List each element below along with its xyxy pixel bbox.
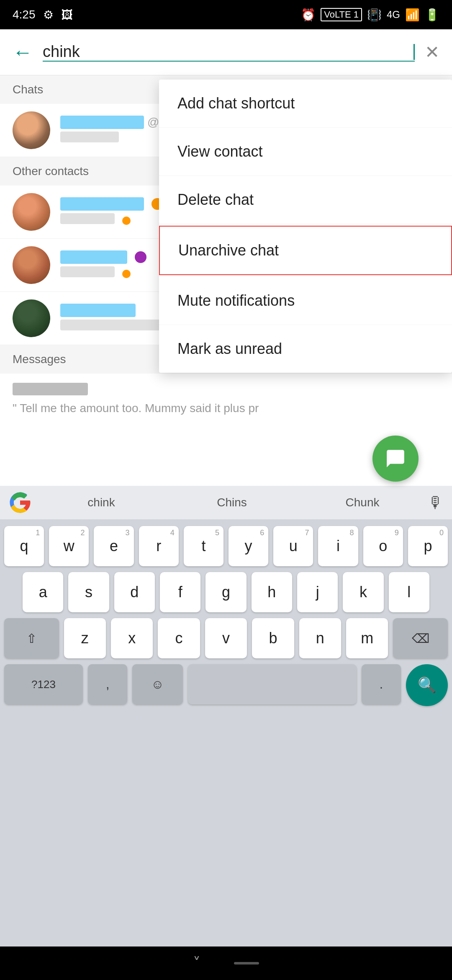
message-preview-1: " Tell me the amount too. Mummy said it … [13, 402, 439, 415]
signal-4g-icon: 4G [387, 9, 400, 21]
menu-mark-as-unread[interactable]: Mark as unread [159, 325, 452, 373]
notif-dot-orange-2 [122, 270, 131, 278]
key-backspace[interactable]: ⌫ [393, 618, 448, 658]
alarm-icon: ⏰ [301, 8, 316, 22]
key-m[interactable]: m [346, 618, 388, 658]
key-p[interactable]: 0p [408, 526, 448, 566]
key-o[interactable]: 9o [363, 526, 403, 566]
fab-chat-button[interactable] [372, 436, 419, 482]
search-bar: ← chink ✕ [0, 29, 452, 75]
search-input[interactable]: chink [43, 43, 413, 61]
menu-mute-notifications[interactable]: Mute notifications [159, 277, 452, 325]
suggestion-0[interactable]: chink [36, 496, 167, 509]
key-t[interactable]: 5t [184, 526, 223, 566]
menu-delete-chat[interactable]: Delete chat [159, 176, 452, 224]
battery-icon: 🔋 [425, 8, 439, 22]
keyboard-suggestions: chink Chins Chunk 🎙 [0, 486, 452, 519]
clear-button[interactable]: ✕ [425, 42, 439, 62]
key-comma[interactable]: , [88, 664, 127, 704]
status-time: 4:25 [13, 8, 36, 21]
key-period[interactable]: . [362, 664, 401, 704]
key-a[interactable]: a [23, 572, 63, 612]
key-c[interactable]: c [158, 618, 200, 658]
notif-dot-orange-1 [122, 217, 131, 225]
keyboard-rows: 1q 2w 3e 4r 5t 6y 7u 8i 9o 0p a s d f g … [0, 519, 452, 719]
settings-icon: ⚙ [43, 8, 54, 22]
suggestion-1[interactable]: Chins [167, 496, 297, 509]
key-k[interactable]: k [343, 572, 383, 612]
purple-dot-1 [135, 251, 146, 263]
key-u[interactable]: 7u [273, 526, 313, 566]
key-shift[interactable]: ⇧ [4, 618, 59, 658]
key-n[interactable]: n [299, 618, 341, 658]
menu-view-contact[interactable]: View contact [159, 128, 452, 176]
google-logo-icon [8, 491, 32, 514]
menu-unarchive-chat[interactable]: Unarchive chat [159, 226, 452, 275]
key-i[interactable]: 8i [318, 526, 358, 566]
key-w[interactable]: 2w [49, 526, 89, 566]
key-row-3: ⇧ z x c v b n m ⌫ [4, 618, 448, 658]
status-right: ⏰ VoLTE 1 📳 4G 📶 🔋 [301, 8, 439, 22]
bluetooth-icon: 📳 [367, 8, 382, 22]
key-y[interactable]: 6y [229, 526, 268, 566]
key-j[interactable]: j [297, 572, 338, 612]
key-b[interactable]: b [252, 618, 294, 658]
suggestion-2[interactable]: Chunk [297, 496, 428, 509]
message-info-1: " Tell me the amount too. Mummy said it … [13, 383, 439, 415]
avatar-contact-2 [13, 246, 50, 284]
key-emoji[interactable]: ☺ [132, 664, 183, 704]
key-v[interactable]: v [205, 618, 247, 658]
status-left: 4:25 ⚙ 🖼 [13, 8, 73, 22]
key-z[interactable]: z [64, 618, 106, 658]
key-x[interactable]: x [111, 618, 153, 658]
context-menu: Add chat shortcut View contact Delete ch… [159, 80, 452, 373]
keyboard: chink Chins Chunk 🎙 1q 2w 3e 4r 5t 6y 7u… [0, 486, 452, 946]
signal-icon: 📶 [405, 8, 420, 22]
mic-icon[interactable]: 🎙 [428, 494, 444, 512]
gallery-icon: 🖼 [61, 8, 73, 22]
key-s[interactable]: s [68, 572, 109, 612]
key-d[interactable]: d [114, 572, 155, 612]
key-space[interactable] [188, 664, 357, 704]
key-f[interactable]: f [160, 572, 200, 612]
message-item-1[interactable]: " Tell me the amount too. Mummy said it … [0, 374, 452, 424]
back-button[interactable]: ← [13, 42, 33, 62]
key-h[interactable]: h [252, 572, 292, 612]
key-num-sym[interactable]: ?123 [4, 664, 83, 704]
key-r[interactable]: 4r [139, 526, 179, 566]
bottom-bar: ˅ [0, 946, 452, 980]
nav-home-indicator[interactable] [234, 962, 259, 965]
name-blur-1 [60, 116, 144, 129]
volte-icon: VoLTE 1 [321, 8, 362, 21]
key-row-1: 1q 2w 3e 4r 5t 6y 7u 8i 9o 0p [4, 526, 448, 566]
key-e[interactable]: 3e [94, 526, 134, 566]
avatar-1 [13, 111, 50, 149]
key-q[interactable]: 1q [4, 526, 44, 566]
nav-chevron-down[interactable]: ˅ [193, 954, 200, 972]
avatar-contact-1 [13, 193, 50, 231]
menu-add-chat-shortcut[interactable]: Add chat shortcut [159, 80, 452, 128]
key-search-action[interactable]: 🔍 [406, 664, 448, 706]
status-bar: 4:25 ⚙ 🖼 ⏰ VoLTE 1 📳 4G 📶 🔋 [0, 0, 452, 29]
key-g[interactable]: g [205, 572, 246, 612]
key-row-2: a s d f g h j k l [4, 572, 448, 612]
key-row-bottom: ?123 , ☺ . 🔍 [4, 664, 448, 706]
avatar-contact-3 [13, 299, 50, 337]
key-l[interactable]: l [389, 572, 429, 612]
message-sender-1 [13, 383, 439, 398]
